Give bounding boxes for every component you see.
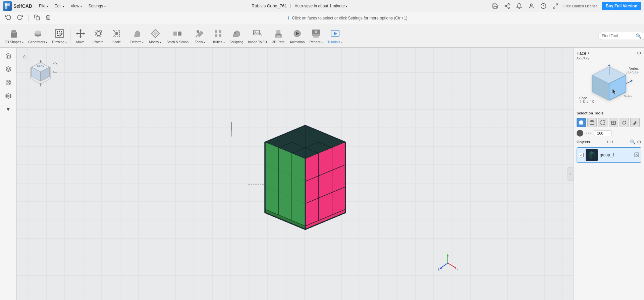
tool-generators[interactable]: Generators ▾ xyxy=(26,26,49,45)
redo-button[interactable] xyxy=(15,13,24,23)
menu-settings[interactable]: Settings ▾ xyxy=(86,2,108,10)
select-sphere-btn[interactable] xyxy=(609,118,618,127)
buy-button[interactable]: Buy Full Version xyxy=(602,2,641,10)
rotate-up-icon[interactable] xyxy=(51,60,59,68)
svg-point-61 xyxy=(315,31,317,33)
user-icon[interactable] xyxy=(527,2,535,10)
rotate-down-icon[interactable] xyxy=(51,68,59,76)
nav-home-icon[interactable]: ⌂ xyxy=(23,53,26,60)
tool-label-stitch: Stitch & Scoop xyxy=(167,40,189,44)
fullscreen-icon[interactable] xyxy=(551,2,559,10)
tool-utilities[interactable]: Utilities ▾ xyxy=(209,26,227,45)
select-cube-btn[interactable] xyxy=(587,118,597,127)
3d-shapes-icon xyxy=(8,28,20,40)
svg-marker-28 xyxy=(79,36,82,38)
collapse-panel-button[interactable]: ‹ xyxy=(568,167,574,181)
main-area: ▼ ⌂ BACK xyxy=(0,48,644,300)
edge-label: Edge 11K+/11K+ xyxy=(579,96,596,104)
settings-cog-icon[interactable] xyxy=(3,91,14,101)
home-icon[interactable] xyxy=(3,50,14,61)
object-actions-icon[interactable] xyxy=(634,152,639,158)
save-icon[interactable] xyxy=(491,2,499,10)
face-selection-label[interactable]: Face ▾ xyxy=(577,51,589,56)
tool-tools[interactable]: Tools ▾ xyxy=(191,26,209,45)
brush-color-swatch[interactable] xyxy=(577,130,583,137)
svg-text:Vertex: Vertex xyxy=(624,95,632,98)
target-icon[interactable] xyxy=(3,77,14,88)
svg-rect-41 xyxy=(173,32,177,36)
svg-rect-51 xyxy=(254,30,260,35)
action-bar: ℹ Click on faces to select or click Sett… xyxy=(0,12,644,24)
tool-3d-print[interactable]: 3D Print xyxy=(270,26,287,45)
tool-sculpting[interactable]: Sculpting xyxy=(227,26,245,45)
svg-point-4 xyxy=(505,5,506,7)
objects-settings-icon[interactable]: ⚙ xyxy=(637,139,641,145)
viewport[interactable]: ⌂ BACK xyxy=(17,48,574,300)
autosave-arrow[interactable]: ▾ xyxy=(346,5,347,8)
brush-size-input[interactable] xyxy=(594,130,611,136)
svg-point-69 xyxy=(7,95,9,97)
object-list-item[interactable]: ✓ group_1 xyxy=(577,147,641,163)
search-icon[interactable]: 🔍 xyxy=(636,33,641,39)
svg-point-20 xyxy=(35,31,41,34)
layers-icon[interactable] xyxy=(3,64,14,74)
app-logo[interactable]: SelfCAD xyxy=(3,1,32,11)
select-solid-cube-btn[interactable] xyxy=(577,118,586,127)
svg-rect-14 xyxy=(36,16,40,20)
svg-text:BACK: BACK xyxy=(37,65,44,68)
delete-button[interactable] xyxy=(44,13,53,23)
undo-button[interactable] xyxy=(4,13,13,23)
panel-settings-icon[interactable]: ⚙ xyxy=(637,50,641,56)
menu-edit[interactable]: Edit ▾ xyxy=(52,2,67,10)
tool-label-render: Render ▾ xyxy=(309,40,323,44)
menu-file[interactable]: File ▾ xyxy=(36,2,51,10)
autosave-text: Auto-save in about 1 minute xyxy=(294,4,344,8)
share-icon[interactable] xyxy=(503,2,511,10)
tool-label-deform: Deform ▾ xyxy=(130,40,144,44)
tool-label-sculpting: Sculpting xyxy=(229,40,243,44)
tool-3d-shapes[interactable]: 3D Shapes ▾ xyxy=(3,26,25,45)
svg-rect-46 xyxy=(215,30,217,33)
tool-deform[interactable]: Deform ▾ xyxy=(128,26,146,45)
menu-view[interactable]: View ▾ xyxy=(68,2,85,10)
notification-icon[interactable] xyxy=(515,2,523,10)
svg-line-45 xyxy=(196,35,197,38)
tool-rotate[interactable]: Rotate xyxy=(90,26,107,45)
nav-rotate-controls xyxy=(51,60,59,76)
svg-rect-55 xyxy=(276,34,281,35)
svg-point-5 xyxy=(508,7,509,9)
top-menubar: SelfCAD File ▾ Edit ▾ View ▾ Settings ▾ … xyxy=(0,0,644,12)
document-title: Rubik's Cube_761 xyxy=(252,3,287,8)
axes-indicator: X Y Z xyxy=(438,253,458,273)
select-paint-btn[interactable] xyxy=(630,118,640,127)
tool-render[interactable]: Render ▾ xyxy=(307,26,325,45)
svg-rect-62 xyxy=(313,36,319,38)
logo-icon xyxy=(3,1,12,11)
copy-button[interactable] xyxy=(33,13,41,23)
svg-line-167 xyxy=(440,263,448,268)
tool-image-to-3d[interactable]: Image To 3D xyxy=(246,26,269,45)
tool-modify[interactable]: Modify ▾ xyxy=(147,26,164,45)
tool-stitch[interactable]: Stitch & Scoop xyxy=(165,26,191,45)
tool-drawing[interactable]: Drawing ▾ xyxy=(50,26,68,45)
tool-move[interactable]: Move xyxy=(72,26,89,45)
tool-animation[interactable]: Animation xyxy=(288,26,307,45)
svg-point-187 xyxy=(633,123,634,125)
brush-pattern-icon[interactable] xyxy=(585,130,592,137)
objects-search-icon[interactable]: 🔍 xyxy=(630,139,636,145)
top-right-icons: Free Limited License Buy Full Version xyxy=(491,2,641,10)
svg-point-44 xyxy=(197,30,199,33)
tool-scale[interactable]: Scale xyxy=(108,26,125,45)
svg-marker-27 xyxy=(79,29,82,31)
select-lasso-btn[interactable] xyxy=(620,118,629,127)
objects-count: 1 / 1 xyxy=(606,140,613,144)
svg-rect-2 xyxy=(5,6,7,9)
chevron-down-left[interactable]: ▼ xyxy=(3,104,14,115)
info-icon[interactable] xyxy=(539,2,547,10)
svg-rect-49 xyxy=(219,34,221,37)
tool-tutorials[interactable]: Tutorials ▾ xyxy=(325,26,344,45)
object-checkbox[interactable]: ✓ xyxy=(579,153,584,157)
tool-label-utilities: Utilities ▾ xyxy=(212,40,225,44)
object-name: group_1 xyxy=(600,153,632,157)
select-wire-btn[interactable] xyxy=(598,118,607,127)
